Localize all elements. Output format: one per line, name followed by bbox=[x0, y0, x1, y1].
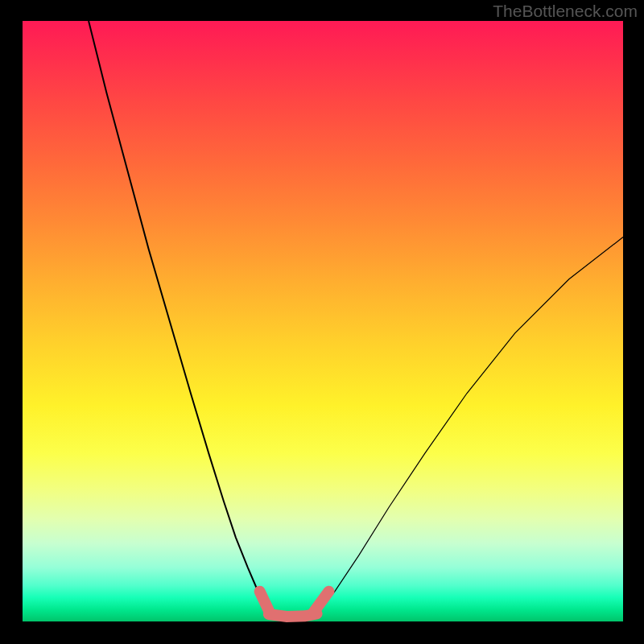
series-highlight-nub-right bbox=[314, 592, 329, 612]
plot-area bbox=[23, 21, 623, 621]
chart-frame: TheBottleneck.com bbox=[0, 0, 644, 644]
series-left-branch-curve bbox=[89, 21, 269, 613]
watermark-text: TheBottleneck.com bbox=[493, 2, 638, 21]
curve-overlay bbox=[23, 21, 623, 621]
series-right-branch-curve bbox=[317, 237, 623, 613]
series-highlight-nub-left bbox=[260, 592, 269, 611]
